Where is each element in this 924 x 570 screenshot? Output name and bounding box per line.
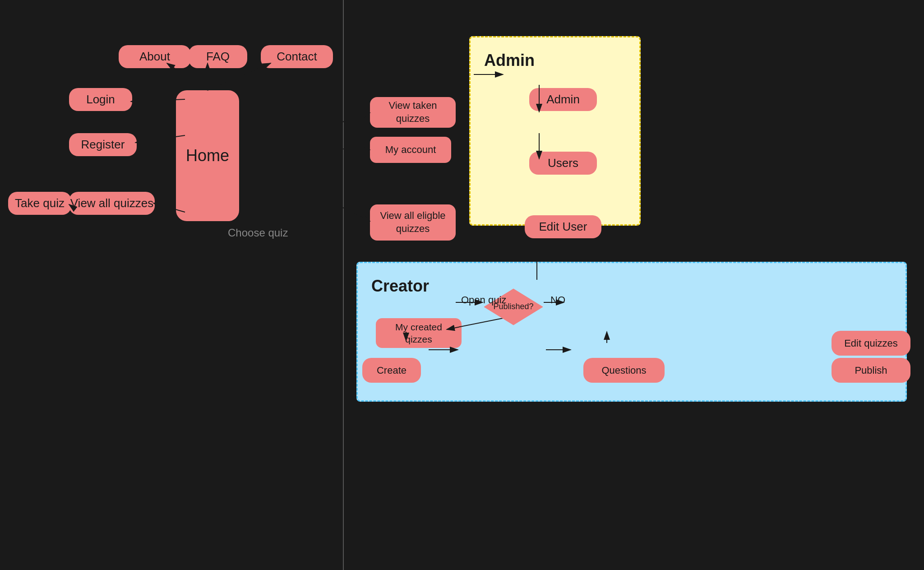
take-quiz-button[interactable]: Take quiz (8, 192, 71, 215)
svg-line-9 (343, 149, 370, 150)
view-all-quizzes-button[interactable]: View all quizzes (69, 192, 155, 215)
no-label: NO (550, 294, 565, 306)
login-button[interactable]: Login (69, 88, 132, 111)
creator-box: Creator My created qizzes Edit quizzes C… (356, 262, 907, 402)
svg-line-8 (343, 113, 370, 122)
edit-quizzes-button[interactable]: Edit quizzes (832, 331, 910, 356)
edit-user-node[interactable]: Edit User (525, 215, 601, 238)
creator-box-title: Creator (371, 277, 892, 296)
published-diamond: Published? (482, 287, 545, 329)
register-button[interactable]: Register (69, 133, 137, 156)
open-quiz-label: Open quiz (461, 294, 506, 306)
faq-button[interactable]: FAQ (189, 45, 247, 68)
home-page: Home (176, 90, 239, 221)
create-button[interactable]: Create (362, 358, 421, 383)
view-taken-quizzes-button[interactable]: View taken quizzes (370, 97, 456, 128)
my-created-qizzes-button[interactable]: My created qizzes (376, 318, 462, 348)
users-node[interactable]: Users (529, 152, 597, 175)
choose-quiz-label: Choose quiz (228, 227, 288, 239)
contact-button[interactable]: Contact (261, 45, 333, 68)
svg-line-10 (343, 208, 370, 221)
admin-box: Admin Admin Users Edit User (469, 36, 641, 226)
view-eligible-quizzes-button[interactable]: View all eligble quizzes (370, 204, 456, 241)
questions-button[interactable]: Questions (583, 358, 665, 383)
admin-node[interactable]: Admin (529, 88, 597, 111)
my-account-button[interactable]: My account (370, 137, 451, 163)
publish-button[interactable]: Publish (832, 358, 910, 383)
about-button[interactable]: About (119, 45, 191, 68)
admin-box-title: Admin (484, 51, 626, 70)
